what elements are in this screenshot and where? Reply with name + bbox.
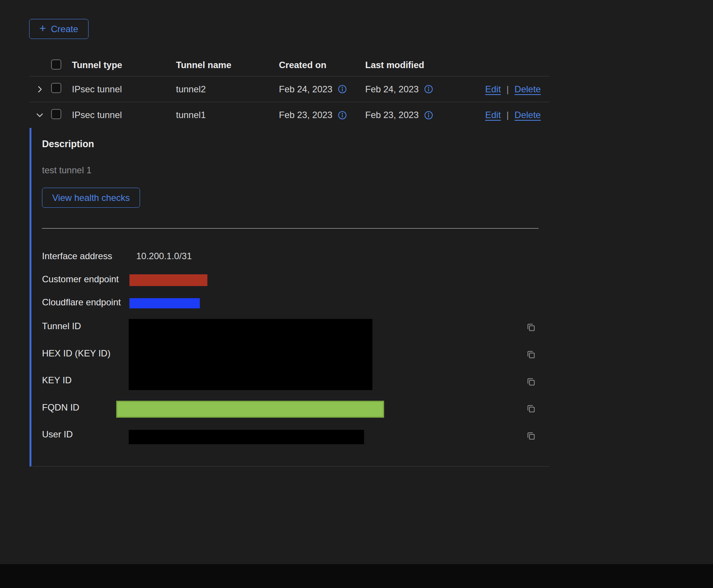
- copy-icon[interactable]: [525, 349, 537, 360]
- interface-address-label: Interface address: [42, 251, 112, 261]
- plus-icon: +: [39, 23, 46, 34]
- header-tunnel-name: Tunnel name: [176, 60, 279, 70]
- edit-link[interactable]: Edit: [485, 110, 501, 120]
- fqdn-id-redacted-value: [116, 401, 384, 418]
- chevron-down-icon[interactable]: [31, 107, 48, 123]
- info-icon[interactable]: [338, 84, 347, 94]
- tunnel-type-cell: IPsec tunnel: [72, 110, 176, 120]
- interface-address-value: 10.200.1.0/31: [136, 251, 192, 261]
- copy-icon[interactable]: [525, 403, 537, 414]
- created-on-cell: Feb 24, 2023: [279, 84, 332, 95]
- customer-endpoint-redacted-value: [129, 274, 207, 286]
- info-icon[interactable]: [424, 84, 433, 94]
- row-checkbox[interactable]: [51, 109, 61, 119]
- last-modified-cell: Feb 23, 2023: [365, 110, 419, 120]
- info-icon[interactable]: [424, 110, 433, 120]
- table-row: IPsec tunnel tunnel1 Feb 23, 2023 Feb 23…: [29, 102, 549, 128]
- tunnel-id-label: Tunnel ID: [42, 321, 81, 331]
- customer-endpoint-label: Customer endpoint: [42, 274, 119, 285]
- delete-link[interactable]: Delete: [515, 84, 541, 95]
- detail-divider: [42, 228, 539, 229]
- action-separator: |: [506, 84, 509, 95]
- copy-icon[interactable]: [525, 376, 537, 387]
- header-last-modified: Last modified: [365, 60, 485, 70]
- description-value: test tunnel 1: [42, 165, 92, 176]
- hex-id-label: HEX ID (KEY ID): [42, 348, 111, 359]
- description-label: Description: [42, 138, 94, 149]
- tunnel-type-cell: IPsec tunnel: [72, 84, 176, 95]
- view-health-checks-button[interactable]: View health checks: [42, 188, 140, 208]
- last-modified-cell: Feb 24, 2023: [365, 84, 419, 95]
- table-row: IPsec tunnel tunnel2 Feb 24, 2023 Feb 24…: [29, 76, 549, 102]
- header-created-on: Created on: [279, 60, 365, 70]
- chevron-right-icon[interactable]: [31, 81, 48, 98]
- tunnel-table: Tunnel type Tunnel name Created on Last …: [29, 54, 549, 128]
- info-icon[interactable]: [338, 110, 347, 120]
- table-header-row: Tunnel type Tunnel name Created on Last …: [29, 54, 549, 76]
- key-id-label: KEY ID: [42, 375, 72, 386]
- user-id-redacted-value: [129, 430, 364, 444]
- delete-link[interactable]: Delete: [515, 110, 541, 120]
- tunnel-ids-redacted-value: [129, 319, 372, 390]
- cloudflare-endpoint-redacted-value: [129, 298, 200, 308]
- select-all-checkbox[interactable]: [51, 59, 61, 70]
- action-separator: |: [506, 110, 509, 120]
- copy-icon[interactable]: [525, 322, 537, 333]
- edit-link[interactable]: Edit: [485, 84, 501, 95]
- tunnel-name-cell: tunnel1: [176, 110, 279, 120]
- create-button[interactable]: + Create: [29, 19, 89, 39]
- header-tunnel-type: Tunnel type: [72, 60, 176, 70]
- user-id-label: User ID: [42, 429, 73, 440]
- fqdn-id-label: FQDN ID: [42, 402, 79, 413]
- row-checkbox[interactable]: [51, 83, 61, 93]
- copy-icon[interactable]: [525, 430, 537, 442]
- tunnel-detail-panel: Description test tunnel 1 View health ch…: [30, 128, 549, 467]
- tunnel-name-cell: tunnel2: [176, 84, 279, 95]
- created-on-cell: Feb 23, 2023: [279, 110, 332, 120]
- cloudflare-endpoint-label: Cloudflare endpoint: [42, 297, 121, 308]
- bottom-edge-strip: [0, 564, 713, 588]
- create-button-label: Create: [51, 24, 78, 34]
